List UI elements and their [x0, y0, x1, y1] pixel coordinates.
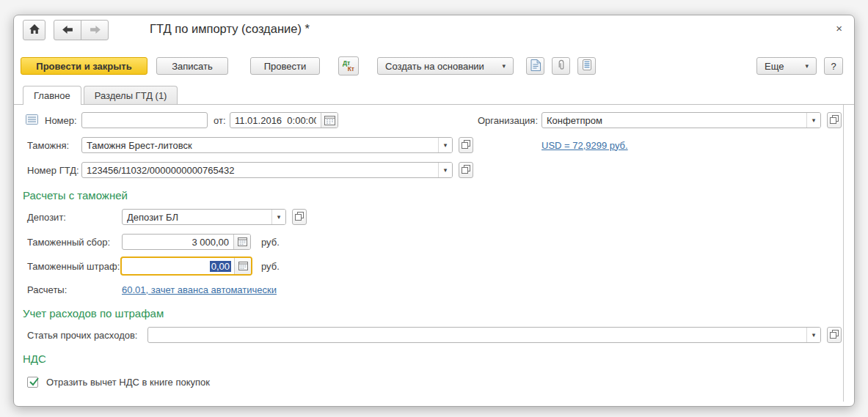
dtkt-postings-button[interactable]: Дт Кт: [338, 56, 359, 75]
customs-label: Таможня:: [27, 140, 69, 151]
deposit-label: Депозит:: [27, 212, 66, 223]
customs-fine-label: Таможенный штраф:: [27, 261, 120, 272]
vat-deduct-checkbox-label: Отразить вычет НДС в книге покупок: [46, 377, 210, 388]
customs-fee-field: [122, 234, 251, 250]
calculator-icon[interactable]: [234, 258, 251, 274]
create-based-on-label: Создать на основании: [385, 61, 484, 72]
expense-item-input[interactable]: [148, 328, 806, 342]
history-nav: [54, 20, 109, 40]
forward-arrow-icon: [90, 25, 101, 36]
back-button[interactable]: [54, 20, 81, 40]
more-button[interactable]: Еще ▾: [756, 57, 817, 75]
help-button[interactable]: ?: [824, 57, 843, 75]
tab-main[interactable]: Главное: [23, 86, 81, 105]
gtd-number-field: ▾: [81, 162, 453, 178]
open-icon: [830, 115, 839, 126]
selected-text: 0,00: [210, 261, 231, 272]
organization-input[interactable]: [542, 113, 806, 128]
calculator-icon[interactable]: [233, 235, 250, 249]
back-arrow-icon: [62, 25, 73, 36]
deposit-input[interactable]: [123, 210, 271, 224]
home-button[interactable]: [23, 20, 45, 40]
vat-deduct-checkbox[interactable]: [27, 377, 38, 388]
dropdown-icon[interactable]: ▾: [438, 138, 452, 152]
close-icon[interactable]: ×: [836, 23, 842, 34]
customs-fine-currency: руб.: [261, 261, 280, 272]
usd-rate-link[interactable]: USD = 72,9299 руб.: [541, 140, 628, 151]
tab-bar: Главное Разделы ГТД (1): [14, 86, 854, 105]
post-and-close-button[interactable]: Провести и закрыть: [21, 57, 147, 75]
organization-label: Организация:: [478, 115, 538, 126]
gtd-number-open-button[interactable]: [459, 162, 473, 178]
kt-icon: Кт: [348, 65, 354, 73]
settlements-link[interactable]: 60.01, зачет аванса автоматически: [122, 284, 277, 295]
calendar-icon[interactable]: [321, 113, 338, 128]
customs-fee-currency: руб.: [261, 237, 280, 248]
section-title-fine-expenses: Учет расходов по штрафам: [23, 307, 164, 320]
dropdown-icon: ▾: [502, 63, 506, 70]
customs-fine-field: 0,00: [120, 257, 252, 276]
create-based-on-button[interactable]: Создать на основании ▾: [377, 57, 514, 75]
save-button[interactable]: Записать: [156, 57, 228, 75]
window-title: ГТД по импорту (создание) *: [150, 22, 310, 36]
section-title-vat: НДС: [23, 353, 46, 365]
expense-item-open-button[interactable]: [827, 327, 842, 343]
attachments-button[interactable]: [552, 57, 570, 75]
open-icon: [462, 165, 470, 176]
print-button[interactable]: [526, 57, 544, 75]
organization-field: ▾: [541, 112, 821, 128]
customs-fee-input[interactable]: [123, 235, 233, 249]
dropdown-icon[interactable]: ▾: [806, 113, 820, 128]
tab-gtd-sections[interactable]: Разделы ГТД (1): [84, 86, 178, 104]
date-from-label: от:: [214, 115, 226, 126]
report-list-icon: [583, 59, 591, 73]
date-input-group: [230, 112, 338, 128]
dropdown-icon[interactable]: ▾: [438, 163, 452, 177]
house-icon: [29, 23, 40, 37]
open-icon: [295, 212, 304, 223]
post-button[interactable]: Провести: [250, 57, 320, 75]
dropdown-icon[interactable]: ▾: [271, 210, 285, 224]
expense-item-field: ▾: [147, 327, 821, 343]
number-input-group: [81, 112, 208, 128]
customs-input[interactable]: [82, 138, 438, 152]
document-window: ГТД по импорту (создание) * × Провести и…: [13, 15, 855, 407]
forward-button[interactable]: [81, 20, 109, 40]
number-input[interactable]: [82, 113, 207, 128]
number-label: Номер:: [45, 115, 77, 126]
gtd-number-input[interactable]: [82, 163, 438, 177]
customs-open-button[interactable]: [459, 137, 473, 153]
related-documents-button[interactable]: [577, 57, 596, 75]
customs-fee-label: Таможенный сбор:: [27, 237, 110, 248]
dropdown-icon[interactable]: ▾: [806, 328, 820, 342]
deposit-field: ▾: [122, 209, 286, 225]
open-icon: [830, 330, 839, 341]
section-title-customs-settlements: Расчеты с таможней: [23, 189, 128, 202]
more-label: Еще: [765, 61, 784, 72]
settlements-label: Расчеты:: [27, 284, 67, 295]
customs-fine-input[interactable]: 0,00: [122, 258, 234, 274]
customs-field: ▾: [81, 137, 453, 153]
document-icon: [530, 59, 541, 73]
dropdown-icon: ▾: [805, 63, 809, 70]
expense-item-label: Статья прочих расходов:: [27, 330, 137, 341]
paperclip-icon: [557, 59, 566, 73]
deposit-open-button[interactable]: [292, 209, 307, 225]
list-icon[interactable]: [26, 114, 38, 127]
date-input[interactable]: [230, 113, 321, 128]
gtd-number-label: Номер ГТД:: [27, 165, 79, 176]
organization-open-button[interactable]: [827, 112, 842, 128]
open-icon: [462, 140, 470, 151]
